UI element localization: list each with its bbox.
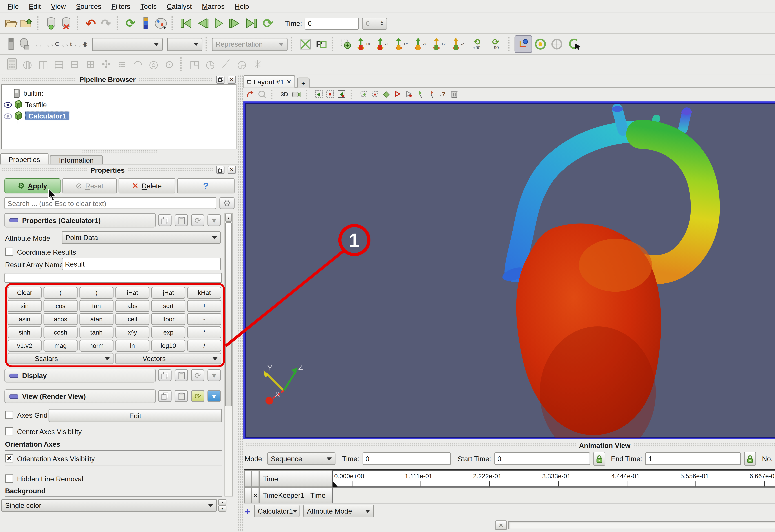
calc-plus-button[interactable]: + [187,300,221,312]
calc-acos-button[interactable]: acos [44,313,78,325]
edit-color-map-icon[interactable] [138,16,153,31]
calc-tan-button[interactable]: tan [79,300,114,312]
visibility-eye-icon[interactable] [4,101,12,108]
select-polygon-cells-icon[interactable] [358,89,368,99]
spin-down-icon[interactable]: ▼ [380,23,383,26]
calc-tanh-button[interactable]: tanh [79,326,114,338]
camera-closest-icon[interactable] [565,36,583,52]
track-row-time[interactable]: Time [259,470,332,487]
color-by-combo[interactable] [92,37,163,51]
pick-center-icon[interactable] [532,36,549,52]
anim-time-input[interactable]: 0 [362,452,451,465]
calc-exp-button[interactable]: exp [151,326,185,338]
scroll-up-icon[interactable]: ▲ [225,214,232,222]
rescale-visible-icon[interactable]: ⇔◉ [73,37,87,52]
close-panel-icon[interactable]: ✕ [228,75,236,83]
calc-abs-button[interactable]: abs [115,300,149,312]
frame-spinbox[interactable]: 0 ▲ ▼ [362,17,387,29]
previous-frame-icon[interactable] [194,15,211,32]
calc-dot-button[interactable]: v1.v2 [8,340,42,352]
new-layout-tab[interactable]: + [297,77,310,88]
loop-icon[interactable]: ⟳ [260,15,276,32]
close-tab-icon[interactable]: ✕ [287,78,291,85]
paste-properties-icon[interactable] [175,214,188,226]
interaction-mode-icon[interactable] [245,89,256,99]
calc-ln-button[interactable]: ln [115,340,149,352]
add-track-plus-icon[interactable]: + [245,506,250,516]
calc-asin-button[interactable]: asin [8,313,42,325]
calc-clear-button[interactable]: Clear [8,287,42,299]
group-datasets-filter-icon[interactable]: ◎ [146,57,161,72]
calc-lparen-button[interactable]: ( [44,287,78,299]
menu-view[interactable]: View [46,1,71,11]
selection-help-icon[interactable]: .? [438,89,448,99]
disconnect-server-icon[interactable] [59,16,74,31]
extract-subset-filter-icon[interactable]: ⊞ [83,57,98,72]
hover-cells-icon[interactable] [426,89,436,99]
rescale-range-icon[interactable]: ⇔ [31,37,45,52]
tab-properties[interactable]: Properties [0,153,48,164]
time-marker[interactable] [333,481,338,487]
close-panel-icon[interactable]: ✕ [228,166,236,174]
anim-end-input[interactable]: 1 [645,452,741,465]
calc-sinh-button[interactable]: sinh [8,326,42,338]
view-plus-z-icon[interactable]: +Z [429,36,448,52]
anim-mode-combo[interactable]: Sequence [267,452,335,465]
hover-points-icon[interactable] [415,89,425,99]
delete-button[interactable]: ✕Delete [118,178,175,193]
threshold-filter-icon[interactable]: ⊟ [67,57,83,72]
open-file-icon[interactable] [4,16,19,31]
coordinate-results-checkbox[interactable] [5,248,13,256]
clear-selection-icon[interactable] [449,89,459,99]
view-plus-x-icon[interactable]: +X [354,36,373,52]
calc-multiply-button[interactable]: * [187,326,221,338]
timekeeper-track-lane[interactable] [332,487,775,504]
layout-tab[interactable]: Layout #1 ✕ [243,75,295,88]
calc-ceil-button[interactable]: ceil [115,313,149,325]
lock-start-icon[interactable] [593,452,605,466]
connect-server-icon[interactable] [44,16,59,31]
menu-catalyst[interactable]: Catalyst [162,1,197,11]
spin-up-icon[interactable]: ▲ [218,499,227,505]
plot-selection-icon[interactable]: ◶ [234,57,250,72]
lock-end-icon[interactable] [744,452,756,466]
interactive-select-points-icon[interactable] [404,89,414,99]
axes-grid-checkbox[interactable] [5,411,13,419]
track-row-timekeeper[interactable]: TimeKeeper1 - Time [259,487,332,504]
toggle-2d3d-icon[interactable]: 3D [279,89,290,99]
calc-jhat-button[interactable]: jHat [151,287,185,299]
rotate-minus-90-icon[interactable]: ⟳ -90 [486,36,505,52]
result-array-input[interactable]: Result [62,258,221,270]
save-display-icon[interactable]: ▼ [208,369,221,381]
menu-filters[interactable]: Filters [106,1,135,11]
calc-rparen-button[interactable]: ) [79,287,114,299]
ruler-tool-icon[interactable]: ⟋ [218,57,234,72]
next-frame-icon[interactable] [227,15,244,32]
anim-start-input[interactable]: 0 [494,452,590,465]
color-palette-icon[interactable] [153,16,168,31]
representation-combo[interactable]: Representation [212,37,288,51]
time-input[interactable]: 0 [305,17,359,29]
redo-icon[interactable]: ↷ [98,16,114,31]
visibility-eye-half-icon[interactable] [4,113,12,120]
center-axes-row[interactable]: Center Axes Visibility [5,427,82,435]
select-surface-cells-icon[interactable] [313,89,324,99]
save-view-icon[interactable]: ▼ [208,390,221,402]
select-polygon-points-icon[interactable] [370,89,380,99]
center-axes-checkbox[interactable] [5,427,13,435]
clip-filter-icon[interactable]: ◫ [35,57,51,72]
section-display[interactable]: Display [4,369,155,383]
reset-view-icon[interactable]: ⟳ [191,390,204,402]
reset-defaults-icon[interactable]: ⟳ [191,214,204,226]
select-frustum-cells-icon[interactable] [336,89,346,99]
menu-help[interactable]: Help [230,1,254,11]
background-color-combo[interactable]: Single color [1,499,217,512]
reset-camera-icon[interactable] [297,36,313,52]
scrollbar-thumb[interactable] [225,222,232,406]
axes-grid-edit-button[interactable]: Edit [48,409,222,422]
plot-over-time-icon[interactable]: ◷ [203,57,218,72]
calc-pow-button[interactable]: x^y [115,326,149,338]
calc-ihat-button[interactable]: iHat [115,287,149,299]
properties-scrollbar[interactable]: ▲ [225,213,233,497]
undock-panel-icon[interactable] [216,166,225,174]
